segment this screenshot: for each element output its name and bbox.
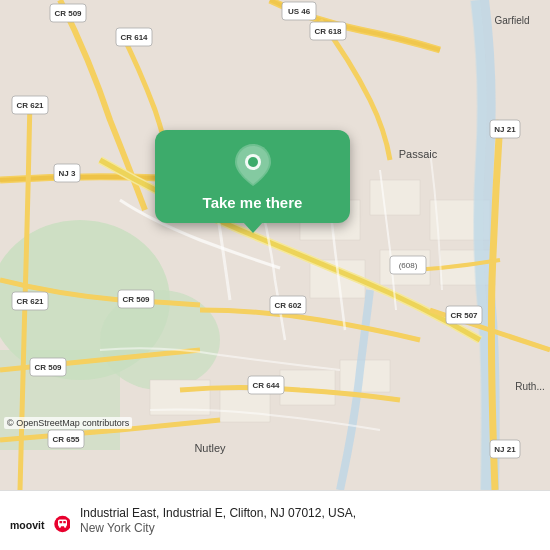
svg-text:CR 509: CR 509 <box>122 295 150 304</box>
svg-text:CR 618: CR 618 <box>314 27 342 36</box>
svg-text:CR 602: CR 602 <box>274 301 302 310</box>
svg-text:CR 655: CR 655 <box>52 435 80 444</box>
svg-text:moovit: moovit <box>10 518 45 530</box>
location-pin-icon <box>235 144 271 186</box>
moovit-logo: moovit <box>10 505 70 537</box>
svg-text:NJ 21: NJ 21 <box>494 125 516 134</box>
svg-text:Ruth...: Ruth... <box>515 381 544 392</box>
svg-point-57 <box>64 525 66 527</box>
svg-text:NJ 21: NJ 21 <box>494 445 516 454</box>
address-block: Industrial East, Industrial E, Clifton, … <box>80 506 540 536</box>
osm-attribution: © OpenStreetMap contributors <box>4 417 132 429</box>
bottom-bar: moovit Industrial East, Industrial E, Cl… <box>0 490 550 550</box>
svg-text:NJ 3: NJ 3 <box>59 169 76 178</box>
svg-text:CR 509: CR 509 <box>34 363 62 372</box>
svg-text:CR 644: CR 644 <box>252 381 280 390</box>
svg-rect-54 <box>60 521 63 523</box>
svg-text:Nutley: Nutley <box>194 442 226 454</box>
take-me-there-popup[interactable]: Take me there <box>155 130 350 223</box>
svg-text:CR 507: CR 507 <box>450 311 478 320</box>
svg-text:CR 614: CR 614 <box>120 33 148 42</box>
svg-rect-13 <box>340 360 390 392</box>
svg-text:CR 621: CR 621 <box>16 101 44 110</box>
address-line2: New York City <box>80 521 540 535</box>
map-container: CR 509 US 46 CR 621 CR 614 CR 618 NJ 3 C… <box>0 0 550 490</box>
svg-text:Passaic: Passaic <box>399 148 438 160</box>
svg-text:CR 509: CR 509 <box>54 9 82 18</box>
svg-text:US 46: US 46 <box>288 7 311 16</box>
take-me-there-label: Take me there <box>203 194 303 211</box>
svg-point-56 <box>59 525 61 527</box>
osm-text: © OpenStreetMap contributors <box>7 418 129 428</box>
svg-rect-55 <box>63 521 66 523</box>
svg-rect-5 <box>370 180 420 215</box>
svg-text:CR 621: CR 621 <box>16 297 44 306</box>
svg-rect-11 <box>220 390 270 422</box>
address-line1: Industrial East, Industrial E, Clifton, … <box>80 506 540 522</box>
svg-point-51 <box>248 157 258 167</box>
svg-text:(608): (608) <box>399 261 418 270</box>
svg-text:Garfield: Garfield <box>494 15 529 26</box>
